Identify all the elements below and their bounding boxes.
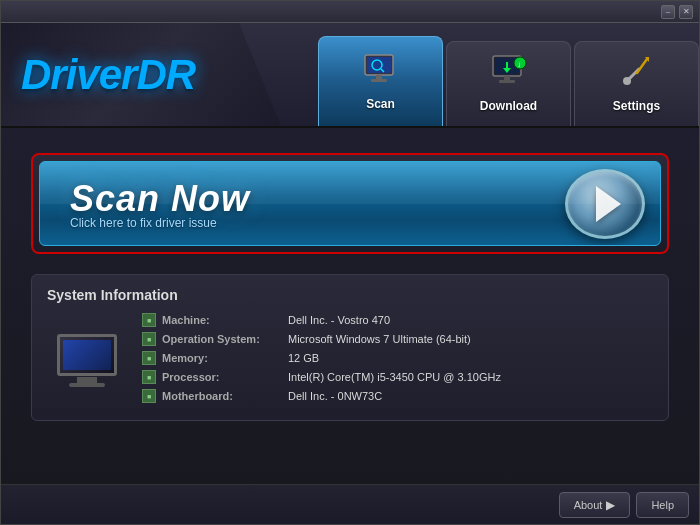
scan-text-area: Scan Now Click here to fix driver issue [70,178,250,230]
os-label: Operation System: [162,333,282,345]
tab-settings[interactable]: Settings [574,41,699,126]
scan-arrow-button[interactable] [565,169,645,239]
scan-now-container: Scan Now Click here to fix driver issue [31,153,669,254]
system-info-body: ■ Machine: Dell Inc. - Vostro 470 ■ Oper… [47,313,653,408]
tab-scan[interactable]: Scan [318,36,443,126]
close-button[interactable]: ✕ [679,5,693,19]
tab-settings-label: Settings [613,99,660,113]
logo-area: DriverDR [1,23,281,126]
tab-scan-label: Scan [366,97,395,111]
help-button[interactable]: Help [636,492,689,518]
main-window: – ✕ DriverDR [0,0,700,525]
svg-line-16 [637,59,647,73]
system-info-title: System Information [47,287,653,303]
motherboard-icon: ■ [142,389,156,403]
scan-now-button[interactable]: Scan Now Click here to fix driver issue [39,161,661,246]
processor-value: Intel(R) Core(TM) i5-3450 CPU @ 3.10GHz [288,371,501,383]
system-info-panel: System Information ■ Machine: Dell In [31,274,669,421]
svg-rect-1 [367,57,391,73]
arrow-right-icon [596,186,621,222]
minimize-button[interactable]: – [661,5,675,19]
machine-icon: ■ [142,313,156,327]
settings-tab-icon [619,55,655,95]
app-logo: DriverDR [21,51,195,99]
info-row-machine: ■ Machine: Dell Inc. - Vostro 470 [142,313,653,327]
svg-rect-4 [376,75,382,79]
scan-now-subtitle: Click here to fix driver issue [70,216,250,230]
svg-rect-5 [371,79,387,82]
tab-download-label: Download [480,99,537,113]
info-row-processor: ■ Processor: Intel(R) Core(TM) i5-3450 C… [142,370,653,384]
svg-rect-11 [499,80,515,83]
main-content: Scan Now Click here to fix driver issue … [1,128,699,486]
svg-rect-10 [504,76,510,80]
about-button[interactable]: About ▶ [559,492,631,518]
processor-label: Processor: [162,371,282,383]
info-row-motherboard: ■ Motherboard: Dell Inc. - 0NW73C [142,389,653,403]
memory-icon: ■ [142,351,156,365]
nav-tabs: Scan [318,23,699,126]
window-controls: – ✕ [661,5,693,19]
os-icon: ■ [142,332,156,346]
system-info-table: ■ Machine: Dell Inc. - Vostro 470 ■ Oper… [142,313,653,408]
monitor-screen [57,334,117,376]
help-label: Help [651,499,674,511]
scan-tab-icon [361,53,401,93]
footer: About ▶ Help [1,484,699,524]
motherboard-label: Motherboard: [162,390,282,402]
motherboard-value: Dell Inc. - 0NW73C [288,390,382,402]
monitor-icon [57,334,117,387]
info-row-os: ■ Operation System: Microsoft Windows 7 … [142,332,653,346]
svg-text:↓: ↓ [517,60,521,69]
title-bar: – ✕ [1,1,699,23]
memory-label: Memory: [162,352,282,364]
tab-download[interactable]: ↓ Download [446,41,571,126]
about-icon: ▶ [606,498,615,512]
svg-point-15 [623,77,631,85]
about-label: About [574,499,603,511]
computer-icon-area [47,313,127,408]
header: DriverDR [1,23,699,128]
processor-icon: ■ [142,370,156,384]
machine-value: Dell Inc. - Vostro 470 [288,314,390,326]
info-row-memory: ■ Memory: 12 GB [142,351,653,365]
machine-label: Machine: [162,314,282,326]
download-tab-icon: ↓ [490,55,528,95]
os-value: Microsoft Windows 7 Ultimate (64-bit) [288,333,471,345]
scan-now-title: Scan Now [70,178,250,220]
monitor-base [69,383,105,387]
memory-value: 12 GB [288,352,319,364]
